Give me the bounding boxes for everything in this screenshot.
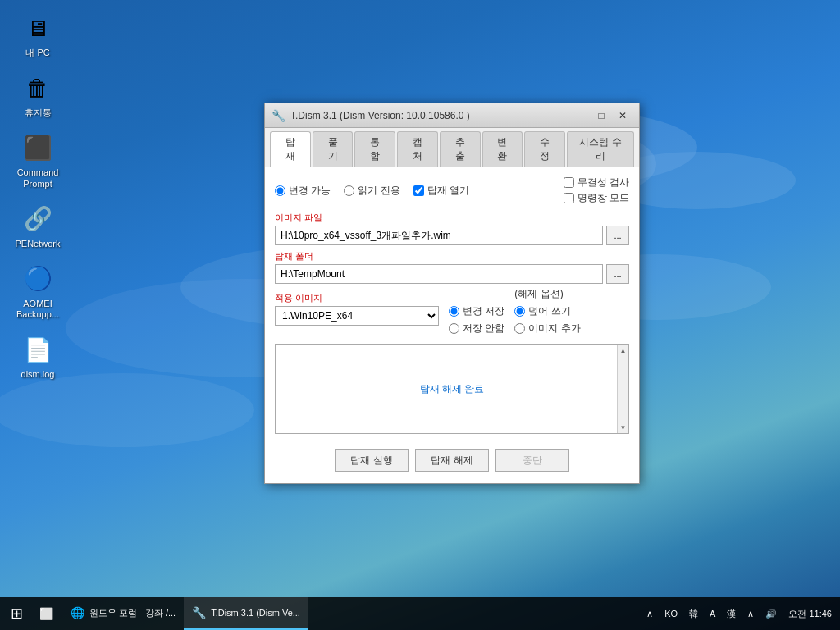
check-cmd[interactable] <box>564 193 574 203</box>
tab-repair[interactable]: 시스템 수리 <box>567 131 634 167</box>
mount-folder-browse-button[interactable]: ... <box>606 264 629 284</box>
language-han[interactable]: 韓 <box>684 597 703 630</box>
radio-save-changes-label[interactable]: 변경 저장 <box>449 304 504 318</box>
check-verify[interactable] <box>564 177 574 188</box>
apply-image-select[interactable]: 1.Win10PE_x64 <box>275 306 439 326</box>
image-file-row: ... <box>275 226 629 245</box>
aomei-backup-label: AOMEI Backupp... <box>16 299 59 320</box>
desktop-icon-recycle-bin[interactable]: 🗑휴지통 <box>8 68 67 121</box>
desktop-icon-pe-network[interactable]: 🔗PENetwork <box>8 199 67 253</box>
taskbar-apps: 🌐 원도우 포럼 - 강좌 /... 🔧 T.Dism 3.1 (Dism Ve… <box>62 597 308 630</box>
recycle-bin-icon: 🗑 <box>21 71 54 104</box>
tab-capture[interactable]: 캡처 <box>397 131 438 167</box>
check-open-tab-label[interactable]: 탑재 열기 <box>413 184 469 198</box>
language-a[interactable]: A <box>705 597 720 630</box>
scroll-down-arrow[interactable]: ▼ <box>618 422 629 433</box>
dism-log-icon: 📄 <box>21 333 54 366</box>
radio-add-image-label[interactable]: 이미지 추가 <box>514 322 580 336</box>
unmount-options-col: (해제 옵션) 변경 저장 덮어 쓰기 <box>449 287 629 336</box>
close-button[interactable]: ✕ <box>613 107 632 124</box>
pe-network-icon: 🔗 <box>21 203 54 235</box>
taskbar-right: ∧ KO 韓 A 漢 ∧ 🔊 오전 11:46 <box>641 597 840 630</box>
taskbar-app-tdism[interactable]: 🔧 T.Dism 3.1 (Dism Ve... <box>184 597 308 630</box>
tdism-window: 🔧 T.Dism 3.1 (Dism Version: 10.0.10586.0… <box>264 103 640 484</box>
mount-folder-label: 탑재 폴더 <box>275 250 629 262</box>
desktop-icon-dism-log[interactable]: 📄dism.log <box>8 330 67 383</box>
tab-convert[interactable]: 변환 <box>482 131 523 167</box>
window-controls: ─ □ ✕ <box>570 107 632 124</box>
start-icon: ⊞ <box>11 605 23 623</box>
unmount-radio-row1: 변경 저장 덮어 쓰기 <box>449 304 629 318</box>
stop-button[interactable]: 중단 <box>495 449 569 472</box>
my-pc-icon: 🖥 <box>21 11 54 44</box>
check-cmd-label[interactable]: 명령창 모드 <box>564 191 629 205</box>
radio-writable-label[interactable]: 변경 가능 <box>275 184 331 198</box>
tray-overflow-button[interactable]: ∧ <box>641 597 658 630</box>
radio-overwrite-label[interactable]: 덮어 쓰기 <box>514 304 570 318</box>
unmount-radio-row2: 저장 안함 이미지 추가 <box>449 322 629 336</box>
scroll-up-arrow[interactable]: ▲ <box>618 345 629 356</box>
radio-writable[interactable] <box>275 185 285 196</box>
caret-button[interactable]: ∧ <box>742 597 759 630</box>
unmount-button[interactable]: 탑재 해제 <box>415 449 489 472</box>
output-scrollbar[interactable]: ▲ ▼ <box>617 345 628 433</box>
language-ko[interactable]: KO <box>660 597 682 630</box>
check-verify-label[interactable]: 무결성 검사 <box>564 176 629 189</box>
image-file-browse-button[interactable]: ... <box>606 226 629 245</box>
radio-discard[interactable] <box>449 323 459 334</box>
taskbar: ⊞ ⬜ 🌐 원도우 포럼 - 강좌 /... 🔧 T.Dism 3.1 (Dis… <box>0 597 840 630</box>
radio-discard-label[interactable]: 저장 안함 <box>449 322 504 336</box>
recycle-bin-label: 휴지통 <box>25 107 52 118</box>
mount-folder-row: ... <box>275 264 629 284</box>
time-display: 오전 11:46 <box>788 608 832 619</box>
clock[interactable]: 오전 11:46 <box>783 597 837 630</box>
taskbar-app-forum[interactable]: 🌐 원도우 포럼 - 강좌 /... <box>62 597 184 630</box>
tab-edit[interactable]: 수정 <box>524 131 565 167</box>
output-area: 탑재 해제 완료 ▲ ▼ <box>275 344 629 434</box>
pe-network-label: PENetwork <box>15 239 60 249</box>
radio-readonly[interactable] <box>344 185 354 196</box>
desktop-icon-my-pc[interactable]: 🖥내 PC <box>8 8 67 62</box>
options-row: 변경 가능 읽기 전용 탑재 열기 무결성 검사 명령창 모드 <box>275 176 629 205</box>
minimize-button[interactable]: ─ <box>570 107 590 124</box>
unmount-options-title: (해제 옵션) <box>449 287 629 301</box>
apply-image-col: 적용 이미지 1.Win10PE_x64 <box>275 287 439 336</box>
action-row: 탑재 실행 탑재 해제 중단 <box>275 442 629 475</box>
right-checks: 무결성 검사 명령창 모드 <box>564 176 629 205</box>
image-file-input[interactable] <box>275 226 603 245</box>
aomei-backup-icon: 🔵 <box>21 262 54 295</box>
tdism-app-label: T.Dism 3.1 (Dism Ve... <box>211 608 300 618</box>
tab-mount[interactable]: 탑재 <box>270 131 311 167</box>
radio-readonly-label[interactable]: 읽기 전용 <box>344 184 399 198</box>
window-icon: 🔧 <box>272 109 285 122</box>
maximize-button[interactable]: □ <box>591 107 611 124</box>
mount-execute-button[interactable]: 탑재 실행 <box>335 449 409 472</box>
desktop-icons: 🖥내 PC🗑휴지통⬛Command Prompt🔗PENetwork🔵AOMEI… <box>8 8 67 384</box>
tab-unmount[interactable]: 풀기 <box>313 131 354 167</box>
tab-merge[interactable]: 통합 <box>354 131 395 167</box>
language-chinese[interactable]: 漢 <box>722 597 741 630</box>
my-pc-label: 내 PC <box>25 48 49 58</box>
radio-overwrite[interactable] <box>514 306 525 317</box>
desktop-icon-aomei-backup[interactable]: 🔵AOMEI Backupp... <box>8 259 67 323</box>
radio-add-image[interactable] <box>514 323 525 334</box>
tab-bar: 탑재 풀기 통합 캡처 추출 변환 수정 시스템 수리 <box>265 128 639 167</box>
dism-log-label: dism.log <box>21 369 55 380</box>
check-open-tab[interactable] <box>413 185 424 196</box>
apply-image-label: 적용 이미지 <box>275 292 439 304</box>
unmount-options: 변경 저장 덮어 쓰기 저장 안함 <box>449 304 629 336</box>
speaker-button[interactable]: 🔊 <box>760 597 782 630</box>
desktop-icon-command-prompt[interactable]: ⬛Command Prompt <box>8 128 67 192</box>
taskbar-search-button[interactable]: ⬜ <box>33 597 59 630</box>
tray-overflow-icon: ∧ <box>646 609 653 619</box>
tdism-app-icon: 🔧 <box>192 606 206 619</box>
image-file-label: 이미지 파일 <box>275 212 629 224</box>
window-titlebar: 🔧 T.Dism 3.1 (Dism Version: 10.0.10586.0… <box>265 103 639 128</box>
window-title: T.Dism 3.1 (Dism Version: 10.0.10586.0 ) <box>290 110 570 121</box>
start-button[interactable]: ⊞ <box>0 597 33 630</box>
two-col-area: 적용 이미지 1.Win10PE_x64 (해제 옵션) 변경 저장 덮어 쓰기 <box>275 287 629 336</box>
command-prompt-label: Command Prompt <box>17 167 59 189</box>
mount-folder-input[interactable] <box>275 264 603 284</box>
tab-extract[interactable]: 추출 <box>440 131 481 167</box>
radio-save-changes[interactable] <box>449 306 459 317</box>
